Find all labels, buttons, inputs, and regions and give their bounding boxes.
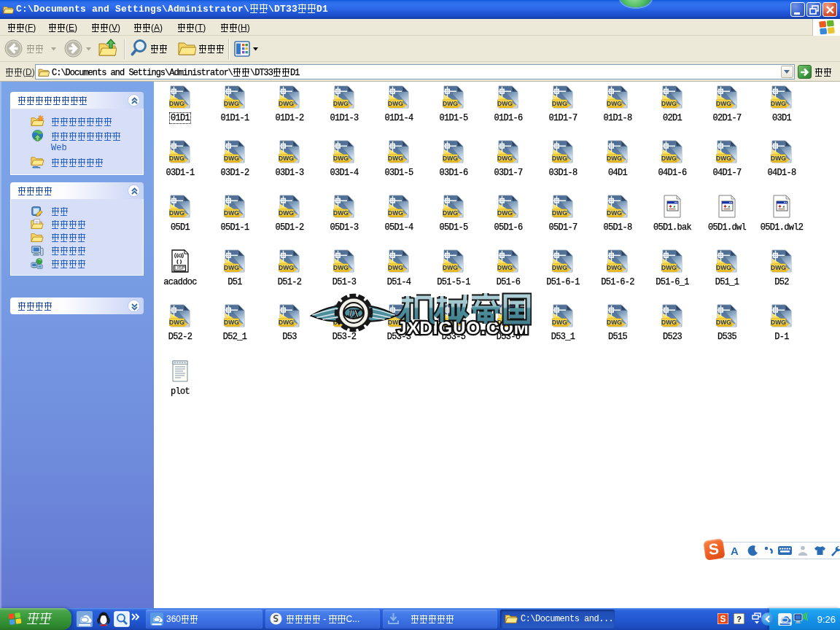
- svg-text:S: S: [720, 614, 726, 624]
- svg-text:?: ?: [736, 615, 742, 623]
- svg-text:JX: JX: [346, 308, 361, 319]
